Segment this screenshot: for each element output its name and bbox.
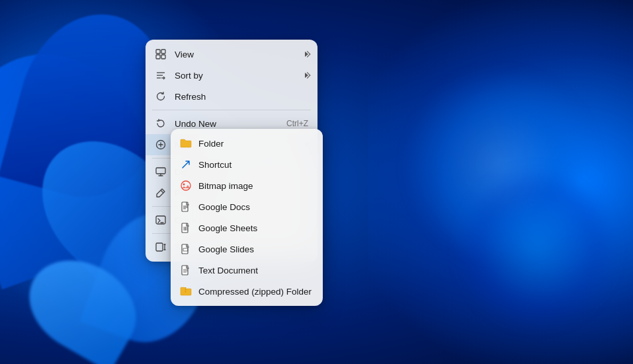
shortcut-icon xyxy=(180,159,192,170)
compressed-folder-label: Compressed (zipped) Folder xyxy=(198,287,314,297)
shortcut-label: Shortcut xyxy=(198,160,314,170)
submenu-item-shortcut[interactable]: Shortcut xyxy=(171,154,323,175)
zip-folder-icon xyxy=(180,285,192,297)
new-icon xyxy=(155,139,167,151)
folder-label: Folder xyxy=(198,139,314,149)
undo-new-shortcut: Ctrl+Z xyxy=(286,119,308,128)
refresh-icon xyxy=(155,91,167,102)
refresh-label: Refresh xyxy=(175,92,308,102)
sort-icon xyxy=(155,69,167,81)
svg-rect-1 xyxy=(161,50,165,54)
undo-icon xyxy=(155,118,167,129)
google-docs-icon xyxy=(180,201,192,213)
svg-rect-17 xyxy=(156,243,163,251)
terminal-icon xyxy=(155,214,167,226)
menu-item-sort-by[interactable]: Sort by xyxy=(146,65,317,86)
menu-item-refresh[interactable]: Refresh xyxy=(146,86,317,107)
separator-1 xyxy=(152,110,311,110)
svg-line-14 xyxy=(161,190,163,193)
svg-rect-38 xyxy=(185,287,187,289)
display-icon xyxy=(155,166,167,178)
svg-rect-3 xyxy=(161,55,165,59)
folder-icon xyxy=(180,137,192,149)
text-document-label: Text Document xyxy=(198,266,314,275)
bitmap-icon xyxy=(180,180,192,192)
svg-point-21 xyxy=(181,181,190,190)
google-slides-label: Google Slides xyxy=(198,244,314,254)
more-options-icon xyxy=(155,241,167,253)
submenu-item-folder[interactable]: Folder xyxy=(171,133,323,154)
svg-rect-11 xyxy=(156,168,165,174)
grid-icon xyxy=(155,48,167,60)
svg-rect-23 xyxy=(182,202,188,211)
personalise-icon xyxy=(155,187,167,199)
google-sheets-label: Google Sheets xyxy=(198,223,314,233)
undo-new-label: Undo New xyxy=(175,119,278,129)
svg-rect-39 xyxy=(185,289,187,291)
svg-rect-34 xyxy=(182,266,188,275)
submenu-item-bitmap[interactable]: Bitmap image xyxy=(171,175,323,196)
submenu-item-text-document[interactable]: Text Document xyxy=(171,260,323,281)
bitmap-label: Bitmap image xyxy=(198,181,314,191)
submenu-item-google-docs[interactable]: Google Docs xyxy=(171,196,323,217)
svg-point-22 xyxy=(183,184,185,186)
view-chevron-icon xyxy=(305,52,308,57)
new-submenu: Folder Shortcut Bitmap image xyxy=(171,129,323,306)
svg-rect-32 xyxy=(182,244,188,254)
submenu-item-google-slides[interactable]: Google Slides xyxy=(171,238,323,260)
submenu-item-google-sheets[interactable]: Google Sheets xyxy=(171,217,323,238)
sort-by-chevron-icon xyxy=(305,73,308,78)
view-label: View xyxy=(175,50,308,59)
submenu-item-compressed-folder[interactable]: Compressed (zipped) Folder xyxy=(171,281,323,302)
sort-by-label: Sort by xyxy=(175,71,308,81)
google-slides-icon xyxy=(180,243,192,255)
svg-rect-27 xyxy=(182,223,188,233)
svg-rect-40 xyxy=(185,291,187,293)
google-docs-label: Google Docs xyxy=(198,202,314,212)
svg-rect-2 xyxy=(156,55,160,59)
google-sheets-icon xyxy=(180,222,192,234)
menu-item-view[interactable]: View xyxy=(146,44,317,65)
text-doc-icon xyxy=(180,264,192,276)
svg-rect-0 xyxy=(156,50,160,54)
